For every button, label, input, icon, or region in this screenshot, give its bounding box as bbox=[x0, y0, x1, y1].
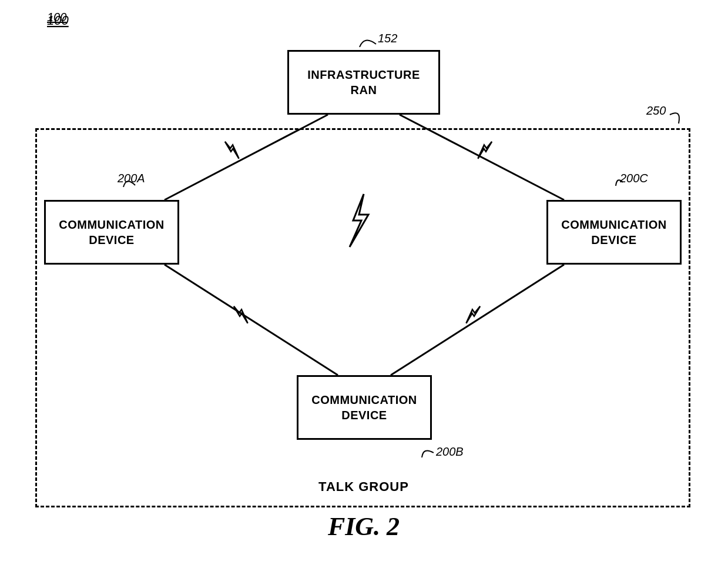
svg-text:250: 250 bbox=[646, 104, 666, 117]
infra-ran-label: INFRASTRUCTURERAN bbox=[307, 67, 420, 98]
ref-100: 100 bbox=[47, 11, 66, 24]
svg-text:152: 152 bbox=[378, 32, 397, 45]
comm-device-a-label: COMMUNICATIONDEVICE bbox=[59, 217, 164, 248]
comm-device-c-box: COMMUNICATIONDEVICE bbox=[546, 200, 682, 265]
comm-device-a-box: COMMUNICATIONDEVICE bbox=[44, 200, 179, 265]
comm-device-b-label: COMMUNICATIONDEVICE bbox=[311, 392, 417, 423]
comm-device-b-box: COMMUNICATIONDEVICE bbox=[297, 375, 432, 440]
comm-device-c-label: COMMUNICATIONDEVICE bbox=[561, 217, 666, 248]
infra-ran-box: INFRASTRUCTURERAN bbox=[287, 50, 440, 115]
talk-group-box bbox=[35, 128, 690, 507]
svg-text:FIG. 2: FIG. 2 bbox=[327, 512, 400, 541]
diagram-container: 100 100 152 250 200A 200B 200C bbox=[0, 0, 728, 568]
